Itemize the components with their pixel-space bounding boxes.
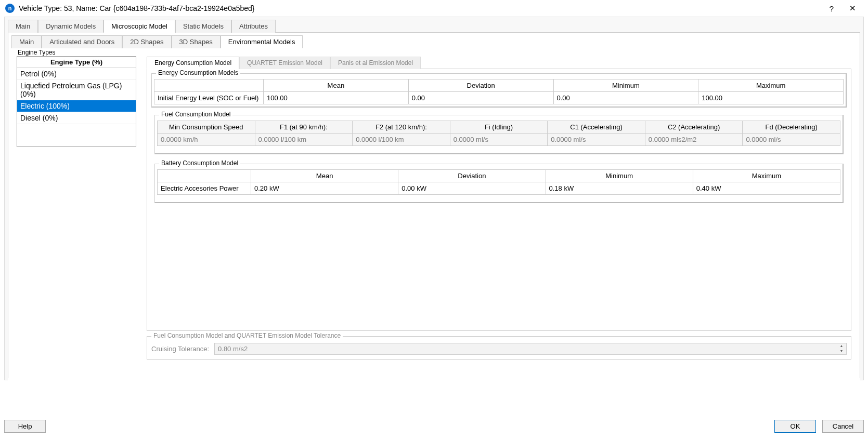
cancel-button[interactable]: Cancel [822, 420, 864, 433]
fuel-consumption-fieldset: Fuel Consumption Model Min Consumption S… [154, 115, 844, 154]
cell-f2: 0.0000 l/100 km [353, 134, 450, 146]
col-fi: Fi (Idling) [450, 121, 548, 134]
tab-quartet-emission[interactable]: QUARTET Emission Model [239, 57, 330, 69]
cell-batt-deviation[interactable]: 0.00 kW [398, 182, 546, 195]
cell-c1: 0.0000 ml/s [548, 134, 645, 146]
tolerance-legend: Fuel Consumption Model and QUARTET Emiss… [151, 332, 343, 339]
tab-articulated-doors[interactable]: Articulated and Doors [42, 35, 122, 48]
engine-type-row-electric[interactable]: Electric (100%) [17, 100, 136, 112]
ok-button[interactable]: OK [774, 420, 816, 433]
col-c2: C2 (Accelerating) [645, 121, 743, 134]
window-title: Vehicle Type: 53, Name: Car {c604a198-73… [19, 4, 255, 12]
col-c1: C1 (Accelerating) [548, 121, 645, 134]
energy-consumption-models-legend: Energy Consumption Models [156, 69, 240, 76]
col-minimum: Minimum [553, 79, 698, 92]
tab-main[interactable]: Main [8, 20, 38, 33]
tab-static-models[interactable]: Static Models [175, 20, 231, 33]
energy-consumption-table: Mean Deviation Minimum Maximum Initial E… [154, 79, 844, 104]
spinner-down-icon[interactable]: ▼ [837, 349, 846, 354]
tab-dynamic-models[interactable]: Dynamic Models [38, 20, 103, 33]
col-min-cons-speed: Min Consumption Speed [158, 121, 255, 134]
cruising-tolerance-spinbox[interactable]: ▲ ▼ [214, 343, 847, 355]
cell-energy-deviation[interactable]: 0.00 [408, 92, 553, 104]
battery-consumption-legend: Battery Consumption Model [159, 159, 240, 167]
row-electric-accessories: Electric Accesories Power [158, 182, 251, 195]
engine-type-row-petrol[interactable]: Petrol (0%) [17, 68, 136, 80]
col-batt-deviation: Deviation [398, 170, 546, 182]
tab-panis-emission[interactable]: Panis et al Emission Model [330, 57, 421, 69]
tab-microscopic-model[interactable]: Microscopic Model [103, 20, 175, 33]
model-detail-col: Energy Consumption Model QUARTET Emissio… [141, 51, 857, 360]
cell-batt-maximum[interactable]: 0.40 kW [693, 182, 840, 195]
engine-type-list[interactable]: Engine Type (%) Petrol (0%) Liquefied Pe… [17, 56, 136, 147]
cell-batt-mean[interactable]: 0.20 kW [251, 182, 398, 195]
col-deviation: Deviation [408, 79, 553, 92]
tab-3d-shapes[interactable]: 3D Shapes [172, 35, 221, 48]
cell-energy-minimum[interactable]: 0.00 [553, 92, 698, 104]
col-batt-minimum: Minimum [546, 170, 693, 182]
tab-attributes[interactable]: Attributes [231, 20, 276, 33]
engine-types-legend: Engine Types [16, 49, 58, 56]
cell-f1: 0.0000 l/100 km [255, 134, 353, 146]
cell-batt-minimum[interactable]: 0.18 kW [546, 182, 693, 195]
microscopic-model-body: Main Articulated and Doors 2D Shapes 3D … [8, 32, 860, 378]
tab-2d-shapes[interactable]: 2D Shapes [122, 35, 171, 48]
engine-type-list-col: Engine Type (%) Petrol (0%) Liquefied Pe… [11, 51, 141, 360]
battery-consumption-table: Mean Deviation Minimum Maximum Electric … [157, 169, 840, 195]
cell-fd: 0.0000 ml/s [743, 134, 840, 146]
environmental-models-body: Engine Types Engine Type (%) Petrol (0%)… [8, 51, 860, 380]
row-initial-energy: Initial Energy Level (SOC or Fuel) [154, 92, 264, 104]
fuel-consumption-legend: Fuel Consumption Model [159, 111, 232, 118]
engine-type-row-diesel[interactable]: Diesel (0%) [17, 112, 136, 124]
inner-tabs: Main Articulated and Doors 2D Shapes 3D … [8, 35, 860, 48]
help-icon[interactable]: ? [821, 4, 842, 13]
energy-consumption-body: Energy Consumption Models Mean Deviation… [147, 69, 851, 331]
battery-consumption-fieldset: Battery Consumption Model Mean Deviation… [154, 164, 844, 203]
cruising-tolerance-input[interactable] [215, 343, 837, 354]
engine-types-fieldset: Engine Types Engine Type (%) Petrol (0%)… [11, 51, 857, 360]
fuel-consumption-table: Min Consumption Speed F1 (at 90 km/h): F… [157, 121, 840, 146]
cell-energy-mean[interactable]: 100.00 [264, 92, 409, 104]
cruising-tolerance-label: Cruising Tolerance: [151, 345, 209, 353]
spinner-up-icon[interactable]: ▲ [837, 344, 846, 349]
titlebar: n Vehicle Type: 53, Name: Car {c604a198-… [0, 0, 868, 17]
col-mean: Mean [264, 79, 409, 92]
col-maximum: Maximum [698, 79, 844, 92]
engine-type-header: Engine Type (%) [17, 57, 136, 68]
app-icon: n [5, 4, 15, 13]
cell-energy-maximum[interactable]: 100.00 [698, 92, 844, 104]
outer-tabs: Main Dynamic Models Microscopic Model St… [5, 20, 863, 33]
help-button[interactable]: Help [4, 420, 46, 433]
tab-environmental-models[interactable]: Environmental Models [221, 35, 303, 48]
cell-min-cons-speed: 0.0000 km/h [158, 134, 255, 146]
tolerance-fieldset: Fuel Consumption Model and QUARTET Emiss… [147, 336, 851, 360]
dialog-body: Main Dynamic Models Microscopic Model St… [4, 17, 864, 380]
col-fd: Fd (Decelerating) [743, 121, 840, 134]
col-batt-mean: Mean [251, 170, 398, 182]
model-tabs: Energy Consumption Model QUARTET Emissio… [147, 57, 851, 69]
spinner-buttons[interactable]: ▲ ▼ [837, 344, 846, 354]
energy-consumption-models-fieldset: Energy Consumption Models Mean Deviation… [151, 73, 847, 108]
dialog-buttons: Help OK Cancel [4, 420, 864, 433]
tab-energy-consumption[interactable]: Energy Consumption Model [147, 57, 239, 69]
col-f1: F1 (at 90 km/h): [255, 121, 353, 134]
col-batt-maximum: Maximum [693, 170, 840, 182]
engine-type-row-lpg[interactable]: Liquefied Petroleum Gas (LPG) (0%) [17, 80, 136, 100]
tab-inner-main[interactable]: Main [11, 35, 42, 48]
cell-fi: 0.0000 ml/s [450, 134, 548, 146]
col-f2: F2 (at 120 km/h): [353, 121, 450, 134]
cell-c2: 0.0000 mls2/m2 [645, 134, 743, 146]
close-icon[interactable]: ✕ [842, 4, 863, 13]
